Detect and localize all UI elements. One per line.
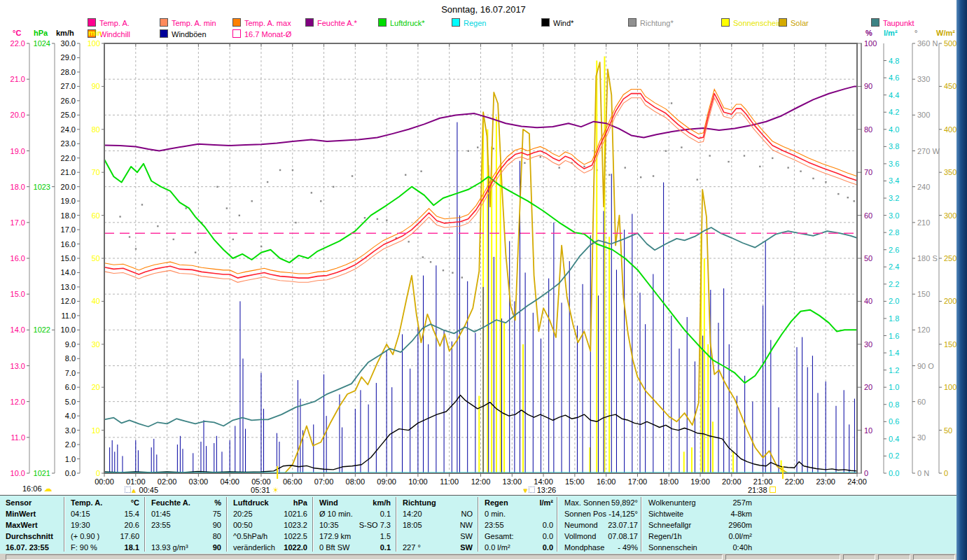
svg-text:12.0: 12.0 [11,398,25,406]
svg-text:0: 0 [96,469,100,477]
svg-text:22.0: 22.0 [61,154,76,162]
status-bar-panel [843,554,875,560]
svg-text:17.0: 17.0 [11,218,25,227]
svg-text:0.6: 0.6 [889,417,899,426]
svg-text:120: 120 [917,326,930,334]
x-tick-label: 18:00 [655,477,683,486]
svg-text:250: 250 [944,254,956,262]
table-cell: Vollmond07.08.17 [560,531,641,542]
svg-text:2.6: 2.6 [889,246,899,254]
svg-text:2.2: 2.2 [889,280,899,288]
table-cell: Regenl/m² [480,497,556,508]
column-separator [396,497,397,552]
svg-text:10.0: 10.0 [11,469,25,477]
table-cell: 04:1515.4 [67,508,142,519]
svg-text:30: 30 [917,433,926,442]
table-cell: 10:35S-SO 7.3 [315,519,394,531]
svg-text:40: 40 [92,297,100,305]
svg-text:0.8: 0.8 [889,400,899,409]
svg-text:4.8: 4.8 [889,57,899,65]
group-feuchte-a-: Feuchte A.%01:457523:55908013.93 g/m³90 [147,497,224,553]
column-separator [312,497,314,552]
svg-text:40: 40 [864,297,872,305]
svg-text:0.0: 0.0 [65,469,76,477]
svg-text:200: 200 [944,297,956,305]
x-tick-label: 20:00 [718,477,746,486]
table-cell: Richtung [398,497,475,508]
svg-text:20: 20 [864,383,872,391]
table-cell: ^0.5hPa/h1022.5 [229,531,310,542]
svg-text:1.0: 1.0 [889,383,899,391]
table-cell: 01:4575 [147,508,224,519]
x-tick-label: 02:00 [153,477,181,486]
svg-text:15.0: 15.0 [11,290,25,298]
svg-text:11.0: 11.0 [11,433,25,442]
svg-text:7.0: 7.0 [65,369,76,377]
table-cell: (+ 0.90 )17.60 [67,531,142,542]
sun-set-icon [770,486,776,493]
svg-text:2.4: 2.4 [889,262,899,271]
svg-text:12.0: 12.0 [61,297,76,305]
svg-text:50: 50 [864,254,872,262]
svg-text:30: 30 [92,340,100,349]
svg-text:1023: 1023 [34,183,50,191]
svg-text:0.2: 0.2 [889,451,899,460]
svg-text:100: 100 [88,39,100,48]
svg-text:14.0: 14.0 [61,268,76,276]
down-arrow-icon: ▼ [522,487,529,494]
statistics-table: SensorMinWertMaxWertDurchschnitt16.07. 2… [0,495,956,554]
svg-text:180 S: 180 S [917,254,938,262]
svg-text:26.0: 26.0 [61,97,76,105]
group-richtung: Richtung14:20NO18:05NWSW227 °SW [398,497,475,553]
svg-text:500: 500 [944,39,956,48]
table-cell: 23:550.0 [480,519,556,531]
moonset-marker: ▼ 13:26 [522,486,557,494]
svg-text:0 N: 0 N [917,469,929,477]
svg-text:1.0: 1.0 [65,455,76,463]
table-cell: Mondphase- 49% [560,542,641,553]
svg-text:15.0: 15.0 [61,254,76,262]
svg-text:2.8: 2.8 [889,228,899,237]
svg-text:150: 150 [917,290,930,298]
svg-text:3.0: 3.0 [65,426,76,435]
table-cell: F: 90 %18.1 [67,542,142,553]
svg-text:90: 90 [864,82,872,90]
svg-text:1.4: 1.4 [889,349,899,357]
table-cell: Sensor [1,497,63,508]
svg-text:210: 210 [917,218,930,227]
x-tick-label: 07:00 [310,477,338,486]
x-tick-label: 09:00 [373,477,401,486]
column-separator [641,497,642,552]
svg-text:21.0: 21.0 [11,75,25,83]
column-separator [144,497,146,552]
x-tick-label: 15:00 [561,477,589,486]
table-cell: Sonnenschein0:40h [644,542,755,553]
svg-text:0: 0 [944,469,948,477]
table-cell: 23:5590 [147,519,224,531]
table-cell: 14:20NO [398,508,475,519]
table-cell: Temp. A.°C [67,497,142,508]
x-tick-label: 21:00 [749,477,777,486]
wswin-weather-window: Sonntag, 16.07.2017 Temp. A.Temp. A. min… [0,0,967,560]
svg-text:10: 10 [864,426,872,435]
svg-text:23.0: 23.0 [61,139,76,148]
table-cell: 00:501023.2 [229,519,310,531]
sun-icon: ☀ [272,486,279,494]
svg-text:100: 100 [864,39,877,48]
svg-text:80: 80 [92,125,100,134]
svg-text:30.0: 30.0 [61,39,76,48]
table-cell: Regen/1h0.0l/m² [644,531,755,542]
svg-text:18.0: 18.0 [11,183,25,191]
svg-text:19.0: 19.0 [61,197,76,205]
x-tick-label: 23:00 [812,477,840,486]
svg-text:4.2: 4.2 [889,108,899,116]
svg-text:1021: 1021 [34,469,50,477]
table-cell: 20:251021.6 [229,508,310,519]
status-bar-panel [913,554,955,560]
column-separator [64,497,65,552]
svg-text:90 O: 90 O [917,362,934,370]
table-cell: Durchschnitt [1,531,63,542]
svg-text:450: 450 [944,82,956,90]
svg-text:2.0: 2.0 [65,440,76,449]
table-cell: Schneefallgr2960m [644,519,755,531]
